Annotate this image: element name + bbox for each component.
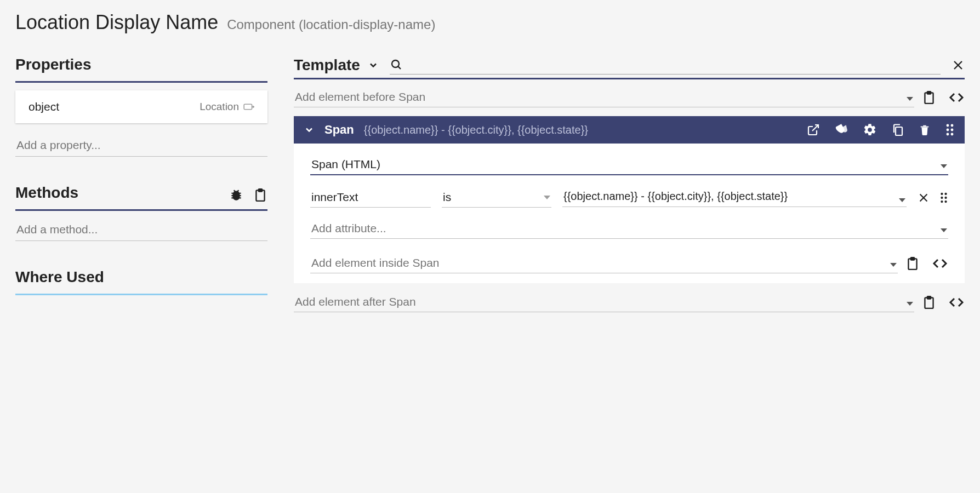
close-icon[interactable] xyxy=(951,59,965,72)
add-method-input[interactable] xyxy=(15,219,267,241)
add-property-input[interactable] xyxy=(15,134,267,157)
svg-point-15 xyxy=(947,133,949,136)
attribute-value-input[interactable]: {{object.name}} - {{object.city}}, {{obj… xyxy=(562,188,907,207)
svg-point-22 xyxy=(944,196,947,198)
properties-heading: Properties xyxy=(15,56,92,73)
span-type-value: Span (HTML) xyxy=(311,158,380,171)
add-element-after-input[interactable]: Add element after Span xyxy=(294,292,914,312)
style-icon[interactable] xyxy=(834,123,848,137)
template-search-input[interactable] xyxy=(406,56,941,73)
svg-rect-10 xyxy=(896,127,902,135)
close-icon[interactable] xyxy=(918,192,930,204)
svg-line-9 xyxy=(812,125,818,131)
bug-icon[interactable] xyxy=(229,187,243,203)
add-attribute-label: Add attribute... xyxy=(311,222,386,235)
methods-heading: Methods xyxy=(15,184,78,202)
svg-point-12 xyxy=(951,124,954,127)
svg-point-21 xyxy=(941,196,943,198)
svg-point-19 xyxy=(941,192,943,194)
chevron-down-icon[interactable] xyxy=(368,60,379,71)
svg-rect-0 xyxy=(244,104,252,110)
attribute-operator-value: is xyxy=(443,191,451,204)
chevron-down-icon[interactable] xyxy=(304,124,315,135)
drag-handle-icon[interactable] xyxy=(939,191,948,204)
svg-rect-26 xyxy=(911,257,915,260)
svg-point-14 xyxy=(951,129,954,131)
attribute-name-input[interactable]: innerText xyxy=(310,187,431,208)
span-element-header[interactable]: Span {{object.name}} - {{object.city}}, … xyxy=(294,116,965,144)
svg-line-4 xyxy=(398,66,401,69)
svg-rect-2 xyxy=(259,189,263,191)
attribute-operator-select[interactable]: is xyxy=(442,187,551,208)
svg-rect-28 xyxy=(927,296,931,299)
svg-point-20 xyxy=(944,192,947,194)
template-heading: Template xyxy=(294,56,360,74)
svg-point-3 xyxy=(392,60,399,67)
clipboard-icon[interactable] xyxy=(905,256,920,271)
add-element-after-label: Add element after Span xyxy=(295,295,416,308)
clipboard-icon[interactable] xyxy=(922,295,936,310)
property-type: Location xyxy=(200,101,239,113)
drag-handle-icon[interactable] xyxy=(945,123,955,137)
code-icon[interactable] xyxy=(948,295,965,310)
add-attribute-input[interactable]: Add attribute... xyxy=(310,219,948,239)
svg-point-11 xyxy=(947,124,949,127)
page-subtitle: Component (location-display-name) xyxy=(227,17,435,32)
span-type-select[interactable]: Span (HTML) xyxy=(310,154,948,175)
delete-icon[interactable] xyxy=(919,123,931,137)
clipboard-icon[interactable] xyxy=(253,187,267,203)
property-name: object xyxy=(29,100,59,113)
page-title: Location Display Name xyxy=(15,11,218,34)
svg-point-23 xyxy=(941,200,943,202)
attribute-value-text: {{object.name}} - {{object.city}}, {{obj… xyxy=(563,190,788,203)
copy-icon[interactable] xyxy=(891,123,904,137)
gear-icon[interactable] xyxy=(863,123,877,137)
add-element-inside-label: Add element inside Span xyxy=(311,256,440,270)
link-icon xyxy=(243,102,254,111)
svg-point-13 xyxy=(947,129,949,131)
svg-rect-8 xyxy=(927,91,931,94)
add-element-before-label: Add element before Span xyxy=(295,90,425,104)
svg-point-16 xyxy=(951,133,954,136)
property-row[interactable]: object Location xyxy=(15,90,267,123)
span-label: Span xyxy=(324,123,354,137)
code-icon[interactable] xyxy=(948,90,965,105)
search-icon[interactable] xyxy=(390,58,403,71)
code-icon[interactable] xyxy=(932,256,948,271)
svg-point-24 xyxy=(944,200,947,202)
add-element-inside-input[interactable]: Add element inside Span xyxy=(310,253,898,273)
open-external-icon[interactable] xyxy=(807,123,820,136)
clipboard-icon[interactable] xyxy=(922,90,936,105)
span-expression: {{object.name}} - {{object.city}}, {{obj… xyxy=(364,124,797,136)
where-used-heading: Where Used xyxy=(15,268,104,286)
add-element-before-input[interactable]: Add element before Span xyxy=(294,87,914,107)
attribute-name-value: innerText xyxy=(311,191,358,203)
